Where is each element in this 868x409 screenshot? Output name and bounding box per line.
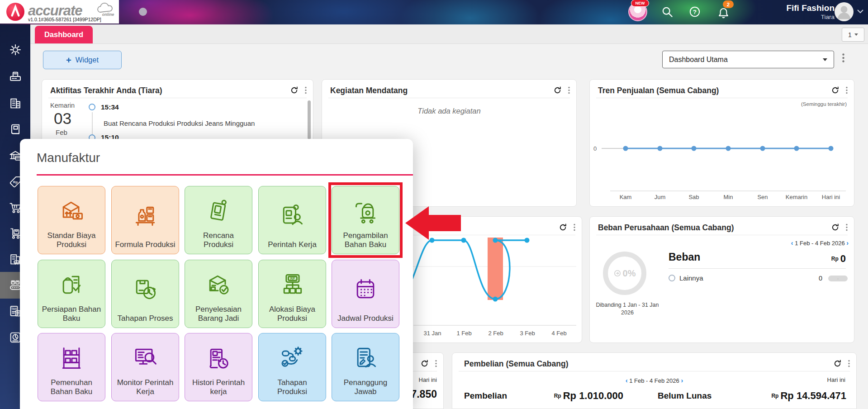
company-branches-icon: [9, 96, 22, 110]
panel-tren-penjualan: Tren Penjualan (Semua Cabang) (Seminggu …: [589, 79, 854, 207]
sidebar-item-settings[interactable]: [0, 41, 30, 59]
refresh-icon[interactable]: [290, 86, 299, 95]
decorative-dot: [139, 8, 147, 16]
tile-pengambilan-bahan-baku[interactable]: Pengambilan Bahan Baku: [332, 186, 399, 254]
legend-circle-icon: [669, 275, 675, 281]
tile-jadwal-produksi[interactable]: Jadwal Produksi: [332, 260, 399, 328]
panel-title: Pembelian (Semua Cabang): [464, 359, 568, 369]
tile-monitor-perintah-kerja[interactable]: Monitor Perintah Kerja: [111, 333, 179, 401]
tab-dashboard[interactable]: Dashboard: [35, 26, 93, 43]
currency-label: Rp: [831, 256, 839, 262]
kebab-menu-icon[interactable]: [846, 224, 848, 231]
kebab-menu-icon[interactable]: [846, 86, 848, 94]
kebab-menu-icon[interactable]: [305, 86, 307, 94]
beban-value: Rp0: [831, 253, 846, 265]
top-header: accurate online v1.0.1#3605-587261 [3499…: [0, 0, 868, 25]
panel-title: Tren Penjualan (Semua Cabang): [598, 86, 719, 95]
refresh-icon[interactable]: [831, 223, 840, 232]
add-widget-label: Widget: [76, 56, 99, 64]
panel-title: Kegiatan Mendatang: [330, 86, 408, 95]
ledger-icon: [9, 123, 22, 136]
svg-text:RP: RP: [290, 277, 295, 281]
tile-label: Alokasi Biaya Produksi: [261, 305, 323, 323]
monitor-perintah-kerja-icon: [132, 338, 159, 378]
kebab-menu-icon[interactable]: [848, 360, 850, 367]
refresh-icon[interactable]: [420, 359, 429, 368]
plus-icon: +: [66, 56, 71, 65]
refresh-icon[interactable]: [831, 86, 840, 95]
sidebar-item-cash-register[interactable]: [0, 67, 30, 86]
tile-persiapan-bahan-baku[interactable]: Persiapan Bahan Baku: [38, 260, 105, 328]
modal-title: Manufaktur: [37, 151, 100, 165]
jadwal-produksi-icon: [352, 265, 379, 314]
activity-time: 15:34: [101, 103, 119, 111]
refresh-icon[interactable]: [553, 86, 562, 95]
tile-formula-produksi[interactable]: Formula Produksi: [111, 186, 179, 254]
app-window: accurate online v1.0.1#3605-587261 [3499…: [0, 0, 868, 409]
logo-plate: accurate online v1.0.1#3605-587261 [3499…: [0, 0, 119, 24]
tile-perintah-kerja[interactable]: Perintah Kerja: [258, 186, 326, 254]
svg-text:online: online: [102, 12, 114, 17]
tahapan-proses-icon: [132, 265, 159, 314]
currency-label: Rp: [554, 393, 561, 399]
sidebar-item-ledger[interactable]: [0, 120, 30, 138]
page-selector-dropdown[interactable]: 1: [842, 28, 864, 42]
tile-pemenuhan-bahan-baku[interactable]: Pemenuhan Bahan Baku: [38, 333, 105, 401]
manufaktur-menu-modal: Manufaktur Standar Biaya ProduksiFormula…: [20, 139, 413, 409]
user-avatar[interactable]: [835, 2, 854, 21]
tile-histori-perintah-kerja[interactable]: Histori Perintah kerja: [185, 333, 252, 401]
tile-label: Tahapan Produksi: [261, 378, 323, 396]
legend-trend-pill: -: [828, 276, 848, 281]
tile-alokasi-biaya-produksi[interactable]: RPAlokasi Biaya Produksi: [258, 260, 326, 328]
tile-label: Histori Perintah kerja: [188, 378, 249, 396]
refresh-icon[interactable]: [559, 223, 567, 232]
notifications-bell-icon[interactable]: [717, 7, 729, 19]
svg-text:Hari ini: Hari ini: [822, 194, 840, 200]
tile-label: Monitor Perintah Kerja: [114, 378, 176, 396]
rencana-produksi-icon: [205, 191, 232, 231]
dashboard-select-value: Dashboard Utama: [669, 56, 728, 64]
tile-label: Penyelesaian Barang Jadi: [188, 305, 249, 323]
kebab-menu-icon[interactable]: [435, 360, 437, 367]
cloud-online-icon: online: [93, 3, 117, 17]
add-widget-button[interactable]: + Widget: [43, 51, 122, 69]
svg-text:3 Feb: 3 Feb: [520, 330, 535, 337]
search-icon[interactable]: [661, 6, 673, 18]
dashboard-kebab-menu-icon[interactable]: [842, 53, 844, 62]
pemenuhan-bahan-baku-icon: [58, 338, 85, 378]
tile-penyelesaian-barang-jadi[interactable]: Penyelesaian Barang Jadi: [185, 260, 252, 328]
next-date-chevron[interactable]: ›: [681, 377, 683, 384]
refresh-icon[interactable]: [833, 359, 842, 368]
legend-value: 0: [819, 275, 822, 282]
page-number: 1: [848, 31, 852, 38]
svg-text:Kam: Kam: [620, 194, 632, 200]
tile-penanggung-jawab[interactable]: Penanggung Jawab: [332, 333, 399, 401]
prev-date-chevron[interactable]: ‹: [626, 377, 628, 384]
comparison-period-text: Dibanding 1 Jan - 31 Jan 2026: [593, 301, 661, 317]
sidebar-item-company-branches[interactable]: [0, 94, 30, 112]
legend-row-lainnya[interactable]: Lainnya: [669, 274, 703, 282]
next-date-chevron[interactable]: ›: [846, 239, 849, 247]
help-icon[interactable]: ?: [689, 6, 701, 18]
tile-label: Pengambilan Bahan Baku: [335, 231, 396, 249]
tile-tahapan-proses[interactable]: Tahapan Proses: [111, 260, 179, 328]
tile-rencana-produksi[interactable]: Rencana Produksi: [185, 186, 252, 254]
user-name: Tiara: [821, 14, 835, 20]
currency-label: Rp: [771, 393, 778, 399]
tile-standar-biaya-produksi[interactable]: Standar Biaya Produksi: [38, 186, 105, 254]
tile-tahapan-produksi[interactable]: Tahapan Produksi: [258, 333, 326, 401]
kebab-menu-icon[interactable]: [574, 224, 575, 231]
kebab-menu-icon[interactable]: [568, 86, 570, 94]
perintah-kerja-icon: [279, 191, 306, 240]
svg-text:Rp: Rp: [13, 180, 18, 184]
tile-label: Tahapan Proses: [118, 314, 173, 323]
svg-text:TAX: TAX: [11, 307, 17, 310]
scrollbar-thumb[interactable]: [308, 100, 311, 139]
accurate-logo-icon[interactable]: [6, 3, 24, 21]
pembelian-value: RpRp 1.010.000: [520, 390, 623, 402]
tile-label: Persiapan Bahan Baku: [41, 305, 102, 323]
empty-state-text: Tidak ada kegiatan: [322, 107, 576, 115]
dashboard-select[interactable]: Dashboard Utama: [662, 51, 834, 68]
prev-date-chevron[interactable]: ‹: [791, 239, 793, 247]
user-menu-chevron-down-icon[interactable]: [857, 9, 864, 14]
